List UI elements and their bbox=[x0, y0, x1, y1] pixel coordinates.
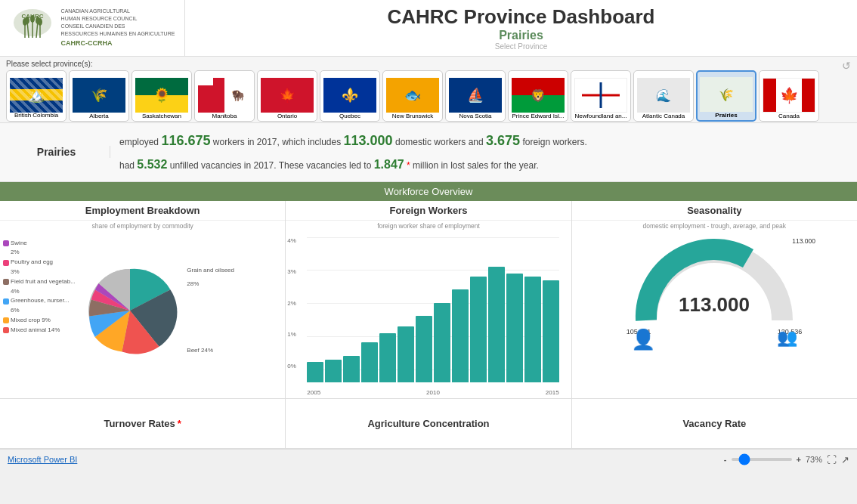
employment-panel: Employment Breakdown share of employment… bbox=[0, 201, 286, 398]
legend-poultry: Poultry and egg bbox=[3, 258, 76, 267]
stats-vacancies-text: unfilled vacancies in 2017. These vacanc… bbox=[170, 160, 374, 171]
province-btn-qc[interactable]: ⚜️ Quebec bbox=[320, 70, 380, 122]
nb-flag: 🐟 bbox=[386, 78, 439, 113]
logo-area: CAHRC CANADIAN AGRICULTURAL HUMAN RESOUR… bbox=[0, 0, 185, 56]
pei-label: Prince Edward Isl... bbox=[512, 113, 565, 119]
stats-vacancies-num: 5.532 bbox=[137, 158, 167, 171]
bar-2018 bbox=[543, 280, 559, 382]
zoom-minus-btn[interactable]: - bbox=[724, 455, 727, 464]
gauge-icons-row: 👤 👥 bbox=[631, 328, 797, 351]
on-label: Ontario bbox=[277, 113, 297, 119]
stats-star: * bbox=[407, 160, 410, 171]
bar-2006 bbox=[325, 360, 342, 382]
stats-workers-text: workers in 2017, which includes bbox=[213, 137, 344, 147]
dashboard-subtitle2: Select Province bbox=[185, 42, 857, 51]
bar-2007 bbox=[343, 356, 360, 382]
sk-flag: 🌻 bbox=[135, 78, 188, 113]
cahrc-logo-icon: CAHRC bbox=[10, 8, 55, 49]
bc-label: British Colombia bbox=[14, 113, 58, 119]
pie-left-legend: Swine 2% Poultry and egg 3% Field fruit … bbox=[3, 239, 76, 335]
share-icon[interactable]: ↗ bbox=[841, 454, 849, 465]
ac-label: Atlantic Canada bbox=[642, 113, 685, 119]
legend-field: Field fruit and vegetab... bbox=[3, 277, 76, 287]
legend-swine-pct: 2% bbox=[3, 248, 76, 258]
ns-label: Nova Scotia bbox=[459, 113, 491, 119]
dashboard-subtitle: Prairies bbox=[185, 29, 857, 42]
bar-2012 bbox=[434, 303, 450, 382]
pie-chart-container: Swine 2% Poultry and egg 3% Field fruit … bbox=[0, 231, 285, 390]
bar-2016 bbox=[506, 274, 523, 382]
header: CAHRC CANADIAN AGRICULTURAL HUMAN RESOUR… bbox=[0, 0, 857, 57]
reset-icon[interactable]: ↺ bbox=[842, 60, 851, 72]
bar-2013 bbox=[452, 289, 469, 382]
zoom-plus-btn[interactable]: + bbox=[797, 455, 801, 464]
workforce-overview-header: Workforce Overview bbox=[0, 182, 857, 201]
panels-row: Employment Breakdown share of employment… bbox=[0, 201, 857, 399]
ab-label: Alberta bbox=[89, 113, 108, 119]
province-selector: Please select province(s): 🏔️ British Co… bbox=[0, 57, 857, 123]
x-axis: 2005 2010 2015 bbox=[307, 389, 558, 396]
province-btn-ab[interactable]: 🌾 Alberta bbox=[69, 70, 129, 122]
logo-text: CANADIAN AGRICULTURAL HUMAN RESOURCE COU… bbox=[61, 8, 175, 48]
stats-foreign-text: foreign workers. bbox=[522, 137, 586, 147]
powerbi-link[interactable]: Microsoft Power BI bbox=[8, 455, 77, 464]
pie-chart-svg bbox=[81, 261, 179, 360]
province-btn-bc[interactable]: 🏔️ British Colombia bbox=[6, 70, 67, 122]
province-btn-ac[interactable]: 🌊 Atlantic Canada bbox=[633, 70, 694, 122]
mb-flag: 🦬 bbox=[198, 78, 251, 113]
bar-chart-container: 4% 3% 2% 1% 0% bbox=[286, 231, 571, 398]
bc-flag: 🏔️ bbox=[10, 78, 63, 113]
prairies-label: Prairies bbox=[715, 112, 737, 119]
bar-2009 bbox=[379, 333, 396, 382]
legend-swine: Swine bbox=[3, 239, 76, 249]
seasonality-subtitle: domestic employment - trough, average, a… bbox=[572, 221, 857, 231]
province-btn-sk[interactable]: 🌻 Saskatchewan bbox=[131, 70, 192, 122]
stats-million-text: million in lost sales for the year. bbox=[413, 160, 539, 171]
provinces-list: 🏔️ British Colombia 🌾 Alberta 🌻 Saskatch… bbox=[6, 70, 851, 122]
province-btn-nl[interactable]: Newfoundland an... bbox=[571, 70, 631, 122]
gauge-container: 113.000 113.000 105.431 120.536 👤 bbox=[572, 231, 857, 394]
ca-label: Canada bbox=[778, 113, 800, 119]
nl-flag bbox=[574, 78, 627, 113]
fullscreen-icon[interactable]: ⛶ bbox=[827, 454, 837, 465]
province-btn-nb[interactable]: 🐟 New Brunswick bbox=[382, 70, 443, 122]
bar-2015 bbox=[488, 267, 505, 382]
stats-bar: Prairies employed 116.675 workers in 201… bbox=[0, 123, 857, 182]
footer: Microsoft Power BI - + 73% ⛶ ↗ bbox=[0, 449, 857, 470]
mb-label: Manitoba bbox=[212, 113, 237, 119]
stats-domestic-num: 113.000 bbox=[344, 133, 393, 148]
bar-2010 bbox=[398, 326, 414, 382]
agriculture-panel: Agriculture Concentration bbox=[286, 399, 571, 448]
bars-area bbox=[307, 250, 558, 382]
on-flag: 🍁 bbox=[261, 78, 314, 113]
qc-flag: ⚜️ bbox=[323, 78, 376, 113]
province-btn-mb[interactable]: 🦬 Manitoba bbox=[194, 70, 255, 122]
y-axis: 4% 3% 2% 1% 0% bbox=[287, 237, 296, 369]
legend-grain: Grain and oilseed bbox=[187, 264, 234, 277]
province-btn-ns[interactable]: ⛵ Nova Scotia bbox=[445, 70, 506, 122]
province-btn-on[interactable]: 🍁 Ontario bbox=[257, 70, 317, 122]
province-selector-label: Please select province(s): bbox=[6, 60, 851, 68]
province-btn-prairies[interactable]: 🌾 Prairies bbox=[696, 70, 756, 122]
foreign-workers-subtitle: foreign worker share of employment bbox=[286, 221, 571, 231]
svg-point-8 bbox=[25, 17, 29, 24]
stats-had-text: had bbox=[119, 160, 137, 171]
foreign-workers-panel: Foreign Workers foreign worker share of … bbox=[286, 201, 571, 398]
province-btn-ca[interactable]: 🍁 Canada bbox=[759, 70, 819, 122]
employment-panel-subtitle: share of employment by commodity bbox=[0, 221, 285, 231]
footer-controls: - + 73% ⛶ ↗ bbox=[724, 454, 849, 465]
stats-employed-text: employed bbox=[119, 137, 161, 147]
province-btn-pei[interactable]: 🦁 Prince Edward Isl... bbox=[508, 70, 568, 122]
turnover-panel: Turnover Rates * bbox=[0, 399, 286, 448]
qc-label: Quebec bbox=[339, 113, 360, 119]
vacancy-panel: Vacancy Rate bbox=[572, 399, 857, 448]
ca-flag: 🍁 bbox=[763, 78, 815, 113]
stats-domestic-text: domestic workers and bbox=[395, 137, 486, 147]
legend-field-pct: 4% bbox=[3, 287, 76, 297]
bottom-panels-row: Turnover Rates * Agriculture Concentrati… bbox=[0, 399, 857, 449]
turnover-star: * bbox=[178, 418, 181, 429]
seasonality-panel: Seasonality domestic employment - trough… bbox=[572, 201, 857, 398]
zoom-slider[interactable] bbox=[732, 458, 792, 461]
legend-poultry-pct: 3% bbox=[3, 267, 76, 277]
gauge-min-icon: 👤 bbox=[631, 328, 655, 351]
